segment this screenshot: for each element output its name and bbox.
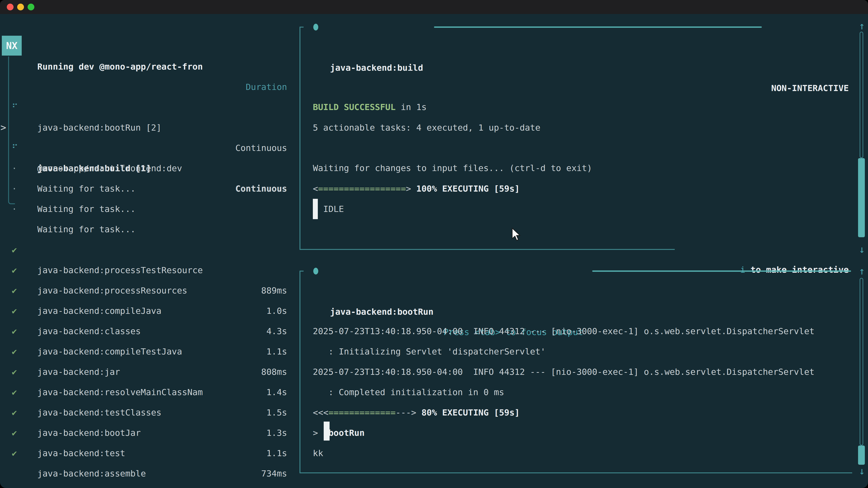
- build-output-line: Waiting for changes to input files... (c…: [0, 138, 868, 158]
- bootrun-prompt-line: > :bootRun: [0, 402, 868, 423]
- terminal-window: NX Running dev @mono-app/react-fron Dura…: [0, 0, 868, 488]
- bootrun-panel-header-line: [592, 270, 851, 272]
- task-duration: 1.1s: [266, 443, 287, 463]
- build-output-line: BUILD SUCCESSFUL in 1s: [0, 76, 868, 97]
- close-window-icon[interactable]: [7, 4, 13, 10]
- sidebar-footer: ← 1/2 → quit: q help: ?: [0, 464, 868, 485]
- window-titlebar: [0, 0, 868, 14]
- task-running-dot-icon: [313, 24, 318, 31]
- terminal-cursor: [313, 199, 318, 219]
- pagination: ← 1/2 →: [12, 485, 48, 488]
- scroll-down-icon[interactable]: ↓: [856, 239, 868, 260]
- minimize-window-icon[interactable]: [17, 4, 24, 10]
- scrollbar-track[interactable]: [860, 32, 863, 158]
- build-progress-line: <=================> 100% EXECUTING [59s]: [0, 158, 868, 178]
- build-panel-title: java-backend:build: [330, 58, 423, 78]
- waiting-label: Waiting for task...: [37, 199, 135, 219]
- build-output-line: > IDLE: [0, 178, 868, 199]
- build-panel-header-line: [434, 26, 762, 28]
- build-panel-footer: i to make interactive: [0, 239, 868, 260]
- build-output-line: 5 actionable tasks: 4 executed, 1 up-to-…: [0, 97, 868, 118]
- mouse-pointer-icon: [511, 228, 522, 241]
- scrollbar-thumb[interactable]: [858, 158, 865, 237]
- bootrun-progress-line: <<<=============---> 80% EXECUTING [59s]: [0, 382, 868, 402]
- bootrun-panel-bottom-border: [300, 473, 852, 473]
- task-name: java-backend:test: [37, 443, 125, 463]
- log-line: 2025-07-23T13:40:18.950-04:00 INFO 44312…: [0, 341, 868, 362]
- sidebar-header: Running dev @mono-app/react-fron Duratio…: [0, 36, 868, 57]
- log-line: : Initializing Servlet 'dispatcherServle…: [0, 321, 868, 341]
- log-line: 2025-07-23T13:40:18.950-04:00 INFO 44312…: [0, 301, 868, 321]
- bootrun-input-line[interactable]: kk: [0, 423, 868, 443]
- scrollbar-track[interactable]: [860, 278, 863, 446]
- log-line: : Completed initialization in 0 ms: [0, 362, 868, 382]
- zoom-window-icon[interactable]: [28, 4, 34, 10]
- sidebar-title: Running dev @mono-app/react-fron: [37, 57, 203, 77]
- completed-task-row[interactable]: ✔ java-backend:processTestResource 889ms: [0, 219, 868, 240]
- task-running-dot-icon: [313, 268, 318, 274]
- tasks-summary: 5 actionable tasks: 4 executed, 1 up-to-…: [313, 118, 540, 138]
- completed-task-row[interactable]: ✔ java-backend:classes 1.1s: [0, 281, 868, 301]
- scroll-down-icon[interactable]: ↓: [856, 461, 868, 481]
- typed-input: kk: [313, 443, 323, 463]
- terminal-cursor: [324, 422, 330, 441]
